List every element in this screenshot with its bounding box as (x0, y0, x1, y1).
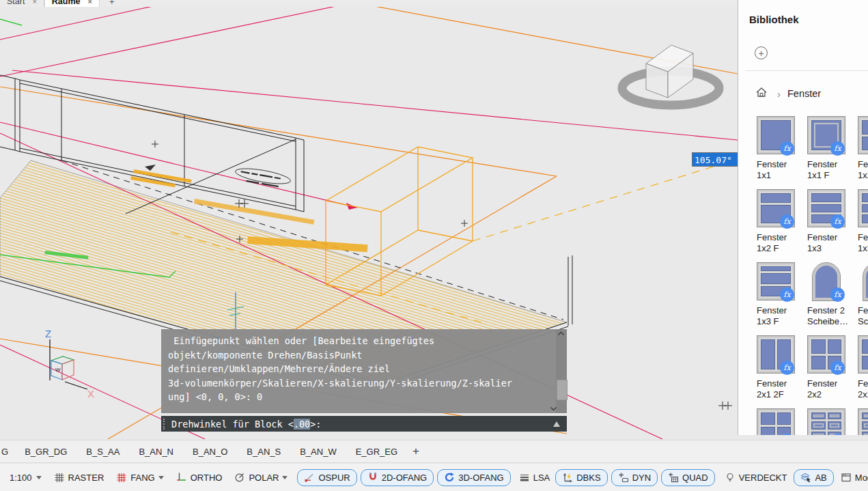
layout-tab-e_gr_eg[interactable]: E_GR_EG (356, 447, 397, 457)
ucs-icon: Z X W (45, 328, 94, 399)
status-toggle-label: FANG (130, 473, 154, 483)
library-item-thumbnail[interactable] (858, 189, 868, 227)
breadcrumb-current[interactable]: Fenster (787, 88, 821, 99)
home-icon[interactable] (755, 86, 768, 101)
library-item-size: 1x3 F (757, 316, 806, 327)
add-library-button[interactable]: + (755, 46, 768, 59)
window-pane (761, 193, 791, 203)
scale-label: 1:100 (10, 473, 32, 483)
window-pane (828, 421, 842, 430)
status-toggle-raster[interactable]: RASTER (54, 472, 104, 483)
library-item[interactable]: fxFenster1x1 (751, 116, 802, 189)
add-layout-tab-button[interactable]: + (412, 445, 419, 458)
library-item-thumbnail[interactable] (858, 116, 868, 154)
library-item[interactable]: fx (852, 408, 868, 435)
library-item-thumbnail[interactable] (757, 408, 795, 435)
fx-parametric-badge: fx (830, 141, 845, 156)
status-toggle-3d-ofang[interactable]: 3D-OFANG (437, 469, 510, 486)
cad-application-window: Start×Räume×+ (0, 0, 868, 491)
library-item-size: 1x3 (858, 243, 868, 254)
layout-tab-b_an_w[interactable]: B_AN_W (300, 447, 336, 457)
document-tab-label: Räume (52, 0, 81, 6)
close-tab-icon[interactable]: × (88, 0, 92, 5)
otrack-icon (304, 472, 315, 483)
select-icon (800, 472, 811, 483)
library-item[interactable]: fxFenster1x2 (852, 116, 868, 189)
library-item[interactable]: fx (751, 408, 802, 435)
status-toggle-label: ORTHO (191, 473, 223, 483)
status-toggle-label: Modellieren (855, 473, 868, 483)
library-item[interactable]: fxFenster1x3 F (751, 262, 802, 335)
lines-icon (519, 472, 530, 483)
status-toggle-label: DYN (632, 473, 651, 483)
window-pane (761, 412, 775, 425)
library-item-thumbnail[interactable] (858, 262, 868, 300)
drawing-viewport[interactable]: Z X W 105.07° Einfügepunkt wählen oder [… (0, 7, 738, 439)
library-item[interactable]: fxFenster2x1 2F (751, 335, 802, 408)
chevron-down-icon (36, 476, 42, 482)
scrollbar-thumb[interactable] (557, 380, 568, 400)
layout-tab-clipped[interactable]: G (1, 447, 8, 457)
status-toggle-polar[interactable]: POLAR (234, 472, 288, 483)
library-panel: Bibliothek + › Fenster fxFenster1x1fxFen… (738, 0, 868, 435)
chevron-right-icon: › (777, 88, 781, 100)
document-tab[interactable]: Räume× (44, 0, 100, 7)
chevron-down-icon (158, 476, 164, 482)
library-item[interactable]: fxFenster 2Scheibe… (802, 262, 852, 335)
layout-tab-b_gr_dg[interactable]: B_GR_DG (25, 447, 67, 457)
viewcube-widget[interactable] (622, 45, 719, 105)
window-pane (811, 421, 826, 430)
library-item[interactable]: fxFenster2x2 (802, 335, 852, 408)
status-toggle-modellieren[interactable]: Modellieren (841, 472, 868, 483)
status-toggle-ortho[interactable]: ORTHO (176, 472, 223, 483)
command-bar-grip[interactable] (163, 419, 166, 430)
library-item[interactable]: fxFenster1x2 F (751, 189, 802, 262)
status-toggle-2d-ofang[interactable]: 2D-OFANG (361, 469, 434, 486)
status-bar: 1:100RASTERFANGORTHOPOLAROSPUR2D-OFANG3D… (0, 464, 868, 491)
layout-tab-b_an_n[interactable]: B_AN_N (139, 447, 173, 457)
status-toggle-ospur[interactable]: OSPUR (297, 469, 356, 486)
layout-tab-b_an_s[interactable]: B_AN_S (247, 447, 281, 457)
fx-parametric-badge: fx (780, 287, 794, 302)
library-item-size: 1x2 F (757, 243, 806, 254)
status-toggle-quad[interactable]: QUAD (661, 469, 715, 486)
fx-parametric-badge: fx (780, 361, 794, 375)
status-toggle-dyn[interactable]: DYN (611, 469, 658, 486)
status-toggle-verdeckt[interactable]: VERDECKT (725, 472, 787, 483)
polar-icon (234, 472, 245, 483)
command-expand-icon[interactable] (553, 421, 560, 427)
library-item-size: Scheibe… (807, 316, 856, 327)
command-input-line[interactable]: Drehwinkel für Block <.00>: (161, 416, 567, 432)
scale-selector[interactable]: 1:100 (10, 473, 42, 483)
library-item-thumbnail[interactable] (858, 335, 868, 374)
library-item-thumbnail[interactable] (807, 408, 845, 435)
window-pane (761, 339, 775, 369)
model-icon (841, 472, 852, 483)
orbit-icon (444, 472, 455, 483)
document-tab[interactable]: Start× (0, 0, 44, 7)
window-pane (862, 432, 868, 435)
library-item[interactable]: fx (802, 408, 852, 435)
layout-tab-b_s_aa[interactable]: B_S_AA (86, 447, 120, 457)
status-toggle-fang[interactable]: FANG (116, 472, 163, 483)
status-toggle-ab[interactable]: AB (794, 469, 833, 486)
status-toggle-dbks[interactable]: DBKS (555, 469, 607, 486)
command-history-text: Einfügepunkt wählen oder [Bearbeite eing… (168, 334, 552, 404)
library-item-name: Fenster (858, 159, 868, 170)
status-toggle-lsa[interactable]: LSA (519, 472, 550, 483)
library-item[interactable]: fxFenster1x3 (802, 189, 852, 262)
library-item[interactable]: fxFenster1x3 (852, 189, 868, 262)
magnet-icon (367, 472, 378, 483)
library-item-thumbnail[interactable] (858, 408, 868, 435)
command-history-scrollbar[interactable] (556, 329, 567, 413)
new-document-tab-button[interactable]: + (109, 0, 115, 7)
window-pane (862, 214, 868, 223)
layout-tab-b_an_o[interactable]: B_AN_O (193, 447, 227, 457)
library-item[interactable]: fxFenster2x2 (852, 335, 868, 408)
window-pane (862, 412, 868, 419)
library-item-name: Fenster 2 (807, 305, 856, 316)
library-item[interactable]: fxFenster 2Scheibe… (852, 262, 868, 335)
close-tab-icon[interactable]: × (32, 0, 36, 5)
library-item[interactable]: fxFenster1x1 F (802, 116, 852, 189)
document-tab-label: Start (7, 0, 25, 6)
